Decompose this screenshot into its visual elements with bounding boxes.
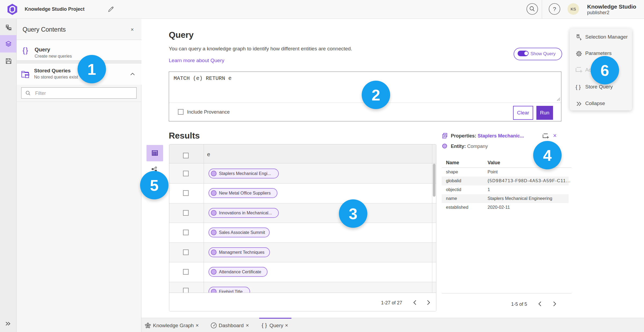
svg-text:{ }: { } (576, 84, 581, 90)
svg-text:?: ? (553, 6, 556, 12)
